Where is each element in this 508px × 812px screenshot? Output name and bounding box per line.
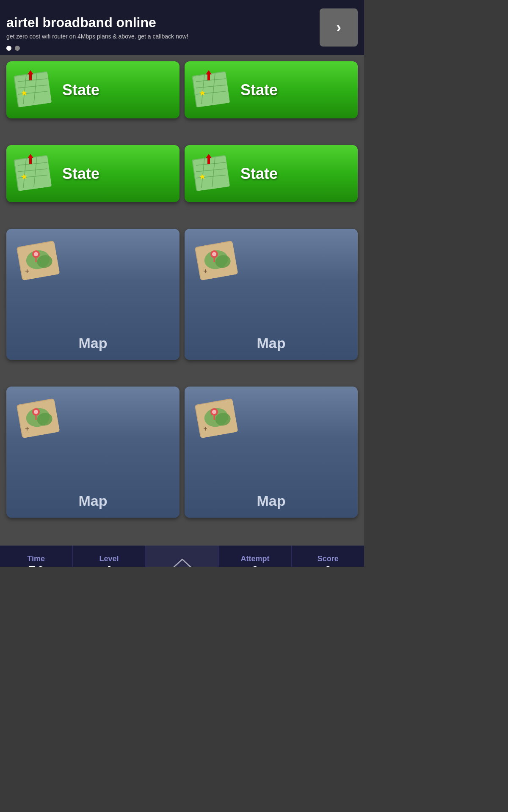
state-label-1: State (62, 81, 99, 99)
ad-subtitle: get zero cost wifi router on 4Mbps plans… (6, 33, 320, 40)
state-map-icon-1 (11, 67, 58, 113)
state-button-3[interactable]: State (6, 145, 179, 202)
svg-point-54 (212, 252, 216, 256)
main-grid: State State (0, 55, 364, 546)
svg-rect-21 (15, 156, 52, 191)
map-button-1[interactable]: Map (6, 229, 179, 360)
svg-point-45 (34, 252, 38, 256)
svg-point-72 (212, 410, 216, 414)
state-button-1[interactable]: State (6, 61, 179, 118)
map-button-3[interactable]: Map (6, 387, 179, 518)
svg-marker-17 (206, 70, 212, 74)
score-display: Score 0 (292, 546, 364, 567)
level-label: Level (99, 554, 119, 563)
map-treasure-icon-3 (13, 393, 68, 448)
state-label-4: State (240, 165, 278, 183)
state-button-2[interactable]: State (185, 61, 358, 118)
svg-marker-76 (172, 559, 191, 567)
svg-rect-31 (193, 156, 230, 191)
score-label: Score (318, 554, 339, 563)
state-map-icon-4 (190, 151, 236, 197)
ad-dots (6, 46, 20, 51)
ad-title: airtel broadband online (6, 15, 320, 30)
time-display: Time 56 (0, 546, 73, 567)
arrow-icon: › (336, 19, 341, 36)
attempt-value: 0 (251, 563, 259, 567)
state-map-icon-3 (11, 151, 58, 197)
svg-marker-37 (206, 154, 212, 158)
map-label-3: Map (79, 493, 108, 509)
svg-rect-38 (207, 158, 210, 164)
state-label-3: State (62, 165, 99, 183)
level-display: Level 1 (73, 546, 146, 567)
svg-point-63 (34, 410, 38, 414)
ad-arrow-button[interactable]: › (320, 8, 358, 47)
svg-marker-27 (28, 154, 33, 158)
level-value: 1 (105, 563, 113, 567)
home-button[interactable] (146, 546, 219, 567)
map-button-2[interactable]: Map (185, 229, 358, 360)
home-icon (171, 557, 194, 567)
state-map-icon-2 (190, 67, 236, 113)
time-value: 56 (28, 563, 44, 567)
map-button-4[interactable]: Map (185, 387, 358, 518)
state-button-4[interactable]: State (185, 145, 358, 202)
map-label-2: Map (257, 335, 286, 351)
svg-rect-28 (29, 158, 32, 164)
map-treasure-icon-4 (191, 393, 246, 448)
map-label-1: Map (79, 335, 108, 351)
svg-rect-11 (193, 72, 230, 107)
status-bar: Time 56 Level 1 Attempt 0 Score 0 (0, 546, 364, 567)
map-label-4: Map (257, 493, 286, 509)
svg-marker-7 (28, 70, 33, 74)
svg-rect-8 (29, 74, 32, 80)
map-treasure-icon-1 (13, 235, 68, 290)
map-treasure-icon-2 (191, 235, 246, 290)
ad-banner: airtel broadband online get zero cost wi… (0, 0, 364, 55)
ad-text-area: airtel broadband online get zero cost wi… (6, 15, 320, 39)
state-label-2: State (240, 81, 278, 99)
dot-2 (15, 46, 20, 51)
attempt-display: Attempt 0 (219, 546, 292, 567)
svg-rect-18 (207, 74, 210, 80)
dot-1 (6, 46, 11, 51)
attempt-label: Attempt (240, 554, 269, 563)
svg-rect-1 (15, 72, 52, 107)
score-value: 0 (324, 563, 332, 567)
time-label: Time (27, 554, 45, 563)
